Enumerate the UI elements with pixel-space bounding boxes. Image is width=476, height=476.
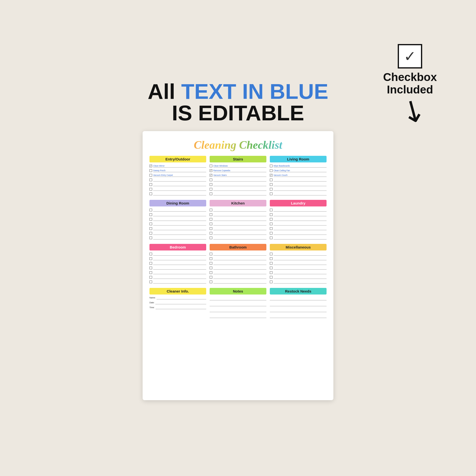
checklist-item[interactable] (270, 271, 326, 274)
checklist-item[interactable]: Vacuum Stairs (210, 173, 266, 177)
checkbox-laundry-1[interactable] (270, 213, 272, 216)
checklist-item[interactable] (150, 183, 206, 187)
checkbox-stairs-4[interactable] (210, 183, 212, 186)
checkbox-kitchen-4[interactable] (210, 227, 212, 230)
checklist-item[interactable] (150, 271, 206, 274)
checklist-item[interactable] (210, 231, 266, 235)
checkbox-bathroom-5[interactable] (210, 276, 212, 279)
checkbox-entry-outdoor-2[interactable] (150, 174, 152, 177)
checkbox-bedroom-1[interactable] (150, 257, 152, 260)
checklist-item[interactable] (210, 252, 266, 256)
checklist-item[interactable] (210, 226, 266, 230)
checklist-item[interactable] (270, 178, 326, 182)
checkbox-bedroom-3[interactable] (150, 267, 152, 269)
checkbox-laundry-4[interactable] (270, 227, 272, 230)
checkbox-bedroom-2[interactable] (150, 262, 152, 265)
checkbox-stairs-5[interactable] (210, 188, 212, 190)
checkbox-living-room-5[interactable] (270, 188, 272, 190)
checkbox-bathroom-0[interactable] (210, 253, 212, 255)
checkbox-bedroom-0[interactable] (150, 253, 152, 255)
checklist-item[interactable] (150, 252, 206, 256)
checkbox-stairs-3[interactable] (210, 179, 212, 181)
checklist-item[interactable] (270, 252, 326, 256)
checkbox-bathroom-2[interactable] (210, 262, 212, 265)
checklist-item[interactable]: Remove Copwebs (210, 169, 266, 172)
checkbox-living-room-4[interactable] (270, 183, 272, 186)
checkbox-dining-room-0[interactable] (150, 209, 152, 211)
checklist-item[interactable] (210, 271, 266, 274)
checklist-item[interactable] (270, 236, 326, 240)
checkbox-stairs-2[interactable] (210, 174, 212, 177)
checklist-item[interactable] (270, 280, 326, 284)
checkbox-miscellaneous-6[interactable] (270, 281, 272, 283)
checkbox-entry-outdoor-6[interactable] (150, 192, 152, 195)
checkbox-bathroom-3[interactable] (210, 267, 212, 269)
cleaner-field-line[interactable] (155, 306, 206, 309)
checklist-item[interactable] (210, 208, 266, 212)
checklist-item[interactable] (150, 178, 206, 182)
checklist-item[interactable] (150, 256, 206, 260)
checkbox-kitchen-2[interactable] (210, 218, 212, 221)
checklist-item[interactable]: Clean Mirror (150, 164, 206, 168)
checklist-item[interactable] (210, 256, 266, 260)
checkbox-bedroom-4[interactable] (150, 271, 152, 274)
checkbox-bathroom-1[interactable] (210, 257, 212, 260)
note-line[interactable] (210, 308, 266, 312)
restock-line[interactable] (270, 314, 326, 318)
checkbox-laundry-2[interactable] (270, 218, 272, 221)
checkbox-bedroom-6[interactable] (150, 281, 152, 283)
checklist-item[interactable] (270, 222, 326, 226)
checklist-item[interactable] (210, 222, 266, 226)
checklist-item[interactable] (210, 261, 266, 265)
checkbox-miscellaneous-3[interactable] (270, 267, 272, 269)
checklist-item[interactable]: Clean Windows (210, 164, 266, 168)
checklist-item[interactable] (270, 213, 326, 217)
checkbox-living-room-6[interactable] (270, 192, 272, 195)
checkbox-laundry-0[interactable] (270, 209, 272, 211)
checklist-item[interactable] (270, 261, 326, 265)
checkbox-kitchen-3[interactable] (210, 222, 212, 225)
restock-line[interactable] (270, 296, 326, 300)
checkbox-laundry-3[interactable] (270, 222, 272, 225)
checkbox-living-room-3[interactable] (270, 179, 272, 181)
note-line[interactable] (210, 314, 266, 318)
checklist-item[interactable] (270, 226, 326, 230)
checklist-item[interactable] (210, 187, 266, 191)
checklist-item[interactable] (270, 275, 326, 279)
checkbox-kitchen-1[interactable] (210, 213, 212, 216)
checkbox-miscellaneous-1[interactable] (270, 257, 272, 260)
checkbox-dining-room-6[interactable] (150, 237, 152, 239)
checkbox-entry-outdoor-5[interactable] (150, 188, 152, 190)
checkbox-laundry-6[interactable] (270, 237, 272, 239)
checklist-item[interactable] (210, 266, 266, 270)
checklist-item[interactable] (150, 275, 206, 279)
checklist-item[interactable] (270, 231, 326, 235)
checkbox-entry-outdoor-0[interactable] (150, 165, 152, 167)
checkbox-bathroom-6[interactable] (210, 281, 212, 283)
checkbox-dining-room-4[interactable] (150, 227, 152, 230)
checklist-item[interactable] (270, 266, 326, 270)
checkbox-miscellaneous-0[interactable] (270, 253, 272, 255)
checkbox-kitchen-6[interactable] (210, 237, 212, 239)
checklist-item[interactable] (150, 231, 206, 235)
restock-line[interactable] (270, 308, 326, 312)
checkbox-living-room-2[interactable] (270, 174, 272, 177)
checkbox-miscellaneous-2[interactable] (270, 262, 272, 265)
checklist-item[interactable] (150, 213, 206, 217)
checklist-item[interactable]: Wipe Baseboards (270, 164, 326, 168)
checklist-item[interactable] (150, 261, 206, 265)
checklist-item[interactable]: Clean Ceiling Fan (270, 169, 326, 172)
checklist-item[interactable] (210, 192, 266, 196)
checklist-item[interactable] (150, 222, 206, 226)
checklist-item[interactable] (210, 275, 266, 279)
checklist-item[interactable] (270, 208, 326, 212)
restock-line[interactable] (270, 302, 326, 306)
checkbox-bedroom-5[interactable] (150, 276, 152, 279)
checkbox-miscellaneous-5[interactable] (270, 276, 272, 279)
cleaner-field-line[interactable] (155, 301, 206, 304)
checklist-item[interactable] (150, 187, 206, 191)
checklist-item[interactable]: Vacuum Couch (270, 173, 326, 177)
checklist-item[interactable] (270, 183, 326, 187)
checkbox-stairs-0[interactable] (210, 165, 212, 167)
checklist-item[interactable] (210, 280, 266, 284)
